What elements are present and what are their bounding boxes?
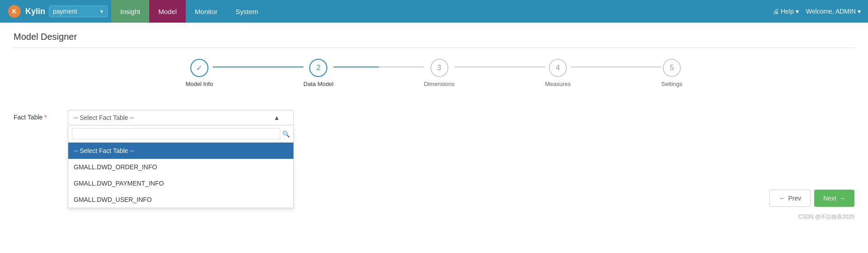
search-icon: 🔍 [282,130,290,138]
next-arrow-icon: → [839,195,845,202]
nav-menu: Insight Model Monitor System [111,0,267,23]
step-1-circle: ✓ [190,59,208,77]
step-2-label: Data Model [303,81,333,87]
dropdown-menu: 🔍 -- Select Fact Table -- GMALL.DWD_ORDE… [68,125,294,208]
step-3-number: 3 [437,64,441,72]
next-label: Next [823,195,836,202]
step-5-label: Settings [661,81,683,87]
dropdown-option-payment-info[interactable]: GMALL.DWD_PAYMENT_INFO [68,175,293,191]
prev-arrow-icon: ← [779,195,785,202]
step-3-label: Dimensions [424,81,455,87]
user-menu[interactable]: Welcome, ADMIN ▾ [806,8,861,15]
nav-item-insight[interactable]: Insight [111,0,149,23]
navbar: K Kylin payment Insight Model Monitor Sy… [0,0,868,23]
step-1-number: ✓ [196,64,202,72]
step-4-number: 4 [556,64,560,72]
prev-label: Prev [788,195,801,202]
help-menu[interactable]: 🖨 Help ▾ [773,8,799,15]
step-connector-4 [571,67,661,67]
step-2-circle: 2 [309,59,327,77]
svg-text:K: K [12,8,17,15]
brand-name: Kylin [25,7,45,16]
kylin-logo-icon: K [7,4,22,19]
main-content: Model Designer ✓ Model Info 2 Data Model… [0,23,868,253]
fact-table-dropdown[interactable]: -- Select Fact Table -- ▲ 🔍 -- Select Fa… [68,110,294,125]
step-3: 3 Dimensions [424,59,455,87]
step-connector-3 [455,67,545,67]
nav-item-model[interactable]: Model [149,0,186,23]
dropdown-options-list: -- Select Fact Table -- GMALL.DWD_ORDER_… [68,143,293,208]
project-select[interactable]: payment [49,5,108,17]
step-5: 5 Settings [661,59,683,87]
dropdown-option-order-info[interactable]: GMALL.DWD_ORDER_INFO [68,159,293,175]
help-label: Help [781,8,794,15]
prev-button[interactable]: ← Prev [769,190,811,207]
step-2: 2 Data Model [303,59,333,87]
dropdown-trigger[interactable]: -- Select Fact Table -- ▲ [68,110,294,125]
help-chevron-icon: ▾ [796,8,799,15]
form-section: Fact Table * -- Select Fact Table -- ▲ 🔍… [14,105,854,162]
step-connector-2 [334,67,424,67]
dropdown-selected-label: -- Select Fact Table -- [74,114,134,121]
fact-table-row: Fact Table * -- Select Fact Table -- ▲ 🔍… [14,110,854,125]
dropdown-option-user-info[interactable]: GMALL.DWD_USER_INFO [68,191,293,208]
next-button[interactable]: Next → [814,190,854,207]
step-2-number: 2 [316,64,321,72]
required-marker: * [44,114,47,121]
help-icon: 🖨 [773,8,779,15]
stepper: ✓ Model Info 2 Data Model 3 Dimensions 4… [14,59,854,87]
step-connector-1 [213,67,303,67]
watermark: CSDN @不以物喜2020 [14,211,854,221]
step-4-circle: 4 [549,59,567,77]
nav-right: 🖨 Help ▾ Welcome, ADMIN ▾ [773,8,861,15]
step-4: 4 Measures [545,59,571,87]
step-5-circle: 5 [663,59,681,77]
brand: K Kylin [7,4,45,19]
dropdown-search-input[interactable] [72,128,280,139]
dropdown-option-placeholder[interactable]: -- Select Fact Table -- [68,143,293,159]
nav-item-monitor[interactable]: Monitor [186,0,226,23]
user-chevron-icon: ▾ [858,8,861,15]
welcome-label: Welcome, ADMIN [806,8,856,15]
nav-item-system[interactable]: System [226,0,267,23]
step-3-circle: 3 [430,59,448,77]
fact-table-label: Fact Table * [14,110,59,121]
dropdown-search: 🔍 [68,125,293,143]
step-1-label: Model Info [185,81,213,87]
step-5-number: 5 [670,64,674,72]
dropdown-arrow-icon: ▲ [274,114,280,121]
page-title: Model Designer [14,32,854,48]
step-4-label: Measures [545,81,571,87]
step-1: ✓ Model Info [185,59,213,87]
project-selector-wrap[interactable]: payment [49,5,108,17]
